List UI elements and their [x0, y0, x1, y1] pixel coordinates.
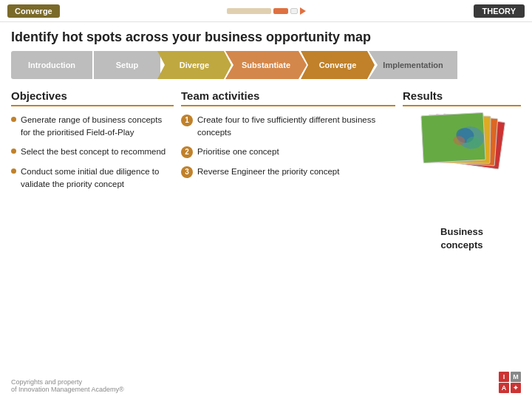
pencil-indicator: [227, 7, 306, 15]
results-section: Results Business concepts: [403, 89, 521, 251]
tab-diverge[interactable]: Diverge: [157, 51, 231, 79]
main-content: Objectives Generate range of business co…: [0, 89, 532, 251]
bullet-icon: [11, 168, 16, 174]
bullet-icon: [11, 117, 16, 122]
ima-box-a: A: [499, 383, 509, 393]
team-activities-header: Team activities: [181, 89, 395, 106]
objectives-header: Objectives: [11, 89, 174, 106]
converge-badge: Converge: [7, 4, 60, 18]
list-item: Select the best concept to recommend: [11, 146, 174, 158]
page-title: Identify hot spots across your business …: [0, 22, 532, 51]
number-badge: 3: [181, 166, 193, 178]
list-item: 2 Prioritise one concept: [181, 146, 395, 158]
list-item: Generate range of business concepts for …: [11, 114, 174, 138]
bullet-icon: [11, 149, 16, 154]
tab-converge[interactable]: Converge: [301, 51, 375, 79]
results-label: Business concepts: [403, 225, 521, 251]
top-bar: Converge THEORY: [0, 0, 532, 22]
objectives-list: Generate range of business concepts for …: [11, 114, 174, 190]
footer: Copyrights and property of Innovation Ma…: [11, 378, 124, 393]
concept-visual: [403, 114, 506, 188]
list-item: Conduct some initial due diligence to va…: [11, 166, 174, 190]
results-header: Results: [403, 89, 521, 106]
ima-logo: I M A ✦: [499, 372, 521, 393]
list-item: 3 Reverse Engineer the priority concept: [181, 166, 395, 178]
tab-setup[interactable]: Setup: [94, 51, 160, 79]
ima-box-2: ✦: [511, 383, 521, 393]
ima-box-m: M: [511, 372, 521, 382]
team-activities-section: Team activities 1 Create four to five su…: [181, 89, 395, 251]
ima-box-i: I: [499, 372, 509, 382]
list-item: 1 Create four to five sufficiently diffe…: [181, 114, 395, 138]
number-badge: 1: [181, 115, 193, 126]
objectives-section: Objectives Generate range of business co…: [11, 89, 174, 251]
tab-substantiate[interactable]: Substantiate: [225, 51, 307, 79]
tab-implementation[interactable]: Implementation: [369, 51, 457, 79]
team-list: 1 Create four to five sufficiently diffe…: [181, 114, 395, 178]
nav-tabs: Introduction Setup Diverge Substantiate …: [11, 51, 521, 79]
number-badge: 2: [181, 146, 193, 158]
tab-introduction[interactable]: Introduction: [11, 51, 92, 79]
theory-badge: THEORY: [474, 4, 525, 18]
